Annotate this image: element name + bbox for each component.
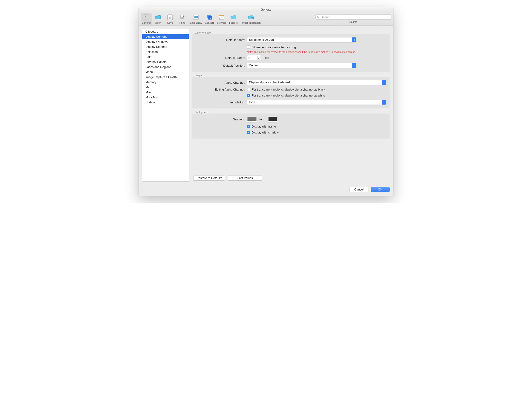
convert-icon bbox=[206, 14, 213, 21]
toolbar-slideshow[interactable]: Slide Show bbox=[189, 13, 203, 25]
browser-icon bbox=[218, 14, 225, 21]
sidebar-item-menu[interactable]: Menu bbox=[142, 70, 189, 75]
label-display-shadow: Display with shadow bbox=[251, 131, 279, 134]
chevron-updown-icon: ▲▼ bbox=[352, 37, 356, 42]
svg-rect-9 bbox=[194, 16, 198, 18]
sidebar-item-display-content[interactable]: Display Content bbox=[142, 34, 189, 39]
colorwell-gradient-from[interactable] bbox=[247, 117, 256, 121]
select-interpolation[interactable]: High ▲▼ bbox=[247, 100, 386, 105]
section-title-background: Background bbox=[192, 109, 390, 114]
section-background: Gradient: to bbox=[192, 114, 390, 138]
svg-point-10 bbox=[194, 16, 195, 17]
toolbar-print[interactable]: Print bbox=[177, 13, 188, 25]
colorwell-gradient-to[interactable] bbox=[268, 117, 277, 121]
radio-alpha-black[interactable] bbox=[247, 88, 250, 91]
toolbar-open[interactable]: Open bbox=[152, 13, 164, 25]
label-default-frame: Default Frame: bbox=[195, 56, 245, 60]
label-default-position: Default Position: bbox=[195, 64, 245, 67]
ok-button[interactable]: OK bbox=[371, 187, 390, 192]
checkbox-display-frame[interactable]: ✓ bbox=[247, 125, 250, 128]
sidebar-item-external-editors[interactable]: External Editors bbox=[142, 60, 189, 64]
search-label: Search bbox=[350, 20, 358, 23]
sidebar-item-display-screens[interactable]: Display Screens bbox=[142, 44, 189, 49]
label-gradient: Gradient: bbox=[195, 118, 245, 121]
toolbar-convert[interactable]: Convert bbox=[204, 13, 215, 25]
label-interpolation: Interpolation: bbox=[195, 101, 245, 104]
sidebar-item-more-misc[interactable]: More Misc bbox=[142, 95, 189, 100]
label-display-frame: Display with frame bbox=[251, 125, 276, 128]
label-alpha-white: For transparent regions, display alpha c… bbox=[252, 94, 325, 97]
svg-rect-1 bbox=[145, 16, 146, 18]
section-title-editor: Editor Window bbox=[192, 29, 390, 34]
sidebar-item-faces-regions[interactable]: Faces and Regions bbox=[142, 64, 189, 70]
svg-rect-17 bbox=[219, 18, 220, 18]
toolbar: General Open TIFFJPGPNG Save Print Slide… bbox=[139, 12, 393, 26]
section-title-image: Image bbox=[192, 72, 390, 77]
svg-rect-15 bbox=[219, 17, 220, 18]
input-default-frame[interactable]: 0 ▲▼ bbox=[247, 55, 261, 60]
toolbar-folders[interactable]: Folders bbox=[228, 13, 239, 25]
preferences-window: General General Open TIFFJPGPNG Save Pri… bbox=[139, 7, 393, 196]
chevron-updown-icon: ▲▼ bbox=[352, 63, 356, 68]
toolbar-save[interactable]: TIFFJPGPNG Save bbox=[164, 13, 176, 25]
chevron-updown-icon: ▲▼ bbox=[382, 80, 386, 85]
sidebar: Clipboard Display Content Display Window… bbox=[142, 29, 189, 182]
sidebar-item-memory[interactable]: Memory bbox=[142, 80, 189, 85]
search-icon bbox=[317, 16, 320, 18]
print-icon bbox=[178, 14, 186, 21]
select-default-zoom[interactable]: Shrink to fit screen ▲▼ bbox=[247, 37, 356, 42]
svg-line-21 bbox=[319, 18, 320, 18]
toolbar-browser[interactable]: Browser bbox=[216, 13, 227, 25]
radio-alpha-white[interactable] bbox=[247, 94, 250, 97]
sidebar-item-display-windows[interactable]: Display Windows bbox=[142, 39, 189, 44]
section-image: Alpha Channel: Display alpha as checkerb… bbox=[192, 77, 390, 109]
sidebar-item-misc[interactable]: Misc bbox=[142, 90, 189, 95]
sidebar-item-image-capture[interactable]: Image Capture / TWAIN bbox=[142, 75, 189, 80]
checkbox-display-shadow[interactable]: ✓ bbox=[247, 131, 250, 134]
label-default-zoom: Default Zoom: bbox=[195, 38, 245, 42]
chevron-updown-icon: ▲▼ bbox=[382, 100, 386, 105]
label-alpha-channel: Alpha Channel: bbox=[195, 81, 245, 84]
cancel-button[interactable]: Cancel bbox=[350, 187, 368, 192]
svg-point-20 bbox=[317, 16, 319, 18]
unit-pixel: Pixel bbox=[263, 56, 269, 60]
sidebar-item-selection[interactable]: Selection bbox=[142, 49, 189, 55]
general-icon bbox=[142, 14, 150, 21]
open-icon bbox=[154, 14, 162, 21]
finder-integration-icon: EXT bbox=[247, 14, 255, 21]
svg-text:EXT: EXT bbox=[251, 18, 253, 19]
sidebar-item-map[interactable]: Map bbox=[142, 85, 189, 90]
restore-defaults-button[interactable]: Restore to Defaults bbox=[193, 176, 225, 181]
checkbox-fit-image[interactable] bbox=[247, 45, 250, 49]
sidebar-item-update[interactable]: Update bbox=[142, 100, 189, 105]
select-alpha-channel[interactable]: Display alpha as checkerboard ▲▼ bbox=[247, 80, 386, 85]
stepper-default-frame[interactable]: ▲▼ bbox=[257, 56, 260, 60]
label-editing-alpha: Editing Alpha Channel: bbox=[195, 88, 245, 91]
svg-text:PNG: PNG bbox=[169, 18, 171, 19]
label-fit-image: Fit image to window after resizing bbox=[251, 45, 296, 49]
svg-rect-14 bbox=[219, 15, 224, 16]
label-to: to bbox=[258, 118, 266, 121]
sidebar-item-clipboard[interactable]: Clipboard bbox=[142, 29, 189, 34]
toolbar-general[interactable]: General bbox=[141, 13, 152, 25]
svg-rect-16 bbox=[221, 17, 222, 18]
label-alpha-black: For transparent regions, display alpha c… bbox=[252, 88, 325, 91]
slideshow-icon bbox=[192, 14, 200, 21]
save-icon: TIFFJPGPNG bbox=[166, 14, 174, 21]
window-title: General bbox=[139, 7, 393, 12]
svg-rect-0 bbox=[144, 15, 148, 20]
note-fit-image: Note: This option will overwrite the def… bbox=[247, 51, 356, 53]
last-values-button[interactable]: Last Values bbox=[228, 176, 262, 181]
toolbar-finder-integration[interactable]: EXT Finder Integration bbox=[240, 13, 261, 25]
select-default-position[interactable]: Center ▲▼ bbox=[247, 63, 356, 68]
section-editor: Default Zoom: Shrink to fit screen ▲▼ bbox=[192, 34, 390, 72]
search-input[interactable]: Search bbox=[315, 14, 391, 19]
folders-icon bbox=[230, 14, 237, 21]
sidebar-item-edit[interactable]: Edit bbox=[142, 55, 189, 60]
